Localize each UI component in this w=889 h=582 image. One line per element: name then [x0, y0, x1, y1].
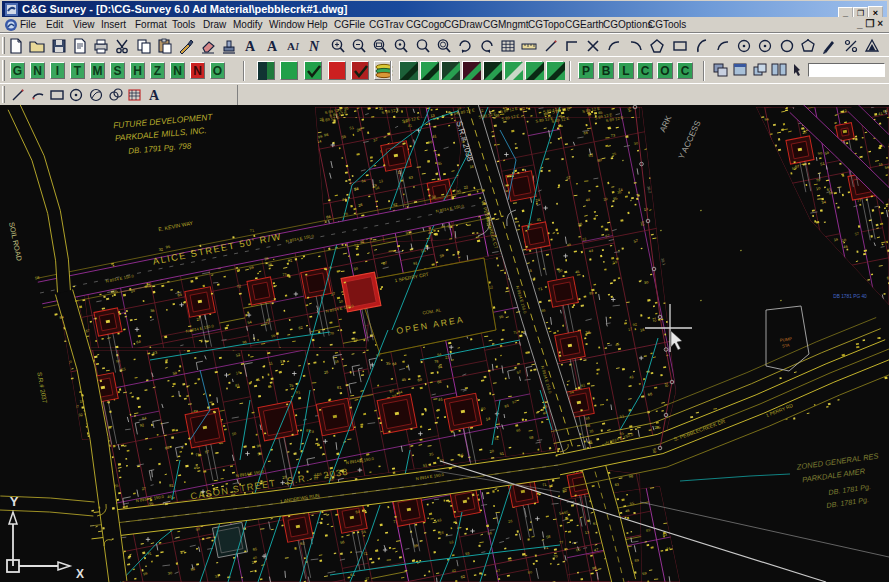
svg-text:71: 71 — [250, 228, 255, 233]
svg-text:49: 49 — [566, 243, 571, 248]
svg-text:A: A — [267, 39, 278, 54]
svg-text:70: 70 — [553, 554, 558, 559]
svg-text:56: 56 — [375, 186, 380, 191]
svg-text:95: 95 — [456, 189, 461, 194]
svg-text:34: 34 — [821, 200, 826, 205]
svg-text:68: 68 — [648, 392, 653, 397]
svg-text:71: 71 — [538, 287, 543, 292]
svg-text:96: 96 — [578, 222, 583, 227]
svg-text:19: 19 — [603, 197, 608, 202]
svg-text:58: 58 — [35, 276, 40, 281]
svg-text:39: 39 — [264, 257, 269, 262]
svg-text:62: 62 — [460, 575, 465, 580]
svg-text:94: 94 — [438, 365, 443, 370]
svg-text:99: 99 — [249, 266, 254, 271]
svg-text:26: 26 — [508, 519, 513, 524]
svg-text:75: 75 — [513, 330, 518, 335]
svg-text:95: 95 — [499, 315, 504, 320]
svg-text:37: 37 — [280, 360, 285, 365]
svg-text:75: 75 — [353, 338, 358, 343]
svg-text:56: 56 — [585, 416, 590, 421]
svg-text:97: 97 — [512, 400, 517, 405]
svg-text:63: 63 — [408, 175, 413, 180]
svg-text:98: 98 — [324, 133, 329, 138]
svg-text:A: A — [245, 39, 256, 54]
svg-text:72: 72 — [236, 284, 241, 289]
svg-text:92: 92 — [139, 423, 144, 428]
svg-text:32: 32 — [562, 489, 567, 494]
svg-text:84: 84 — [59, 315, 64, 320]
svg-text:78: 78 — [434, 359, 439, 364]
svg-text:46: 46 — [625, 509, 630, 514]
svg-text:65: 65 — [145, 284, 150, 289]
svg-text:81: 81 — [337, 385, 342, 390]
svg-text:80: 80 — [597, 158, 602, 163]
svg-text:20: 20 — [489, 449, 494, 454]
svg-text:84: 84 — [142, 416, 147, 421]
svg-text:77: 77 — [559, 540, 564, 545]
svg-text:64: 64 — [136, 340, 141, 345]
svg-text:77: 77 — [282, 273, 287, 278]
svg-text:68: 68 — [165, 446, 170, 451]
svg-text:30: 30 — [634, 141, 639, 146]
svg-text:43: 43 — [629, 375, 634, 380]
svg-text:41: 41 — [536, 217, 541, 222]
svg-text:50: 50 — [232, 432, 237, 437]
svg-text:37: 37 — [373, 138, 378, 143]
svg-text:57: 57 — [516, 370, 521, 375]
svg-text:91: 91 — [413, 261, 418, 266]
svg-text:75: 75 — [195, 453, 200, 458]
svg-text:80: 80 — [528, 570, 533, 575]
svg-text:95: 95 — [166, 245, 171, 250]
svg-text:13: 13 — [378, 179, 383, 184]
svg-text:44: 44 — [585, 198, 590, 203]
svg-text:61: 61 — [827, 187, 832, 192]
svg-text:64: 64 — [361, 179, 366, 184]
svg-text:71: 71 — [542, 483, 547, 488]
svg-text:51: 51 — [499, 451, 504, 456]
svg-text:22: 22 — [463, 185, 468, 190]
svg-text:46: 46 — [843, 245, 848, 250]
svg-text:64: 64 — [398, 390, 403, 395]
svg-text:41: 41 — [878, 112, 883, 117]
svg-text:16: 16 — [878, 162, 883, 167]
svg-text:99: 99 — [143, 572, 148, 577]
svg-text:28: 28 — [439, 531, 444, 536]
svg-text:59: 59 — [439, 254, 444, 259]
svg-text:30: 30 — [168, 571, 173, 576]
svg-text:34: 34 — [354, 187, 359, 192]
svg-text:70: 70 — [329, 331, 334, 336]
svg-text:14: 14 — [486, 417, 491, 422]
svg-text:17: 17 — [628, 327, 633, 332]
svg-text:58: 58 — [529, 435, 534, 440]
svg-text:40: 40 — [167, 495, 172, 500]
svg-text:24: 24 — [535, 198, 540, 203]
svg-text:X: X — [76, 567, 84, 581]
svg-text:35: 35 — [437, 161, 442, 166]
svg-text:82: 82 — [298, 326, 303, 331]
svg-text:60: 60 — [417, 378, 422, 383]
svg-text:84: 84 — [355, 510, 360, 515]
svg-text:66: 66 — [437, 380, 442, 385]
svg-text:47: 47 — [496, 569, 501, 574]
svg-text:31: 31 — [494, 437, 499, 442]
svg-text:24: 24 — [251, 560, 256, 565]
svg-text:27: 27 — [196, 317, 201, 322]
svg-text:19: 19 — [643, 207, 648, 212]
svg-text:99: 99 — [271, 334, 276, 339]
svg-text:66: 66 — [326, 215, 331, 220]
svg-text:67: 67 — [605, 234, 610, 239]
svg-text:63: 63 — [614, 483, 619, 488]
svg-text:DB 1781 PG 40: DB 1781 PG 40 — [833, 294, 867, 299]
svg-text:78: 78 — [343, 212, 348, 217]
svg-text:13: 13 — [585, 530, 590, 535]
svg-text:I: I — [294, 40, 300, 52]
svg-text:32: 32 — [158, 247, 163, 252]
svg-text:64: 64 — [392, 362, 397, 367]
svg-text:12: 12 — [842, 109, 847, 114]
svg-text:50: 50 — [195, 527, 200, 532]
svg-text:28: 28 — [358, 203, 363, 208]
svg-text:65: 65 — [177, 293, 182, 298]
svg-text:42: 42 — [451, 569, 456, 574]
svg-text:56: 56 — [487, 531, 492, 536]
